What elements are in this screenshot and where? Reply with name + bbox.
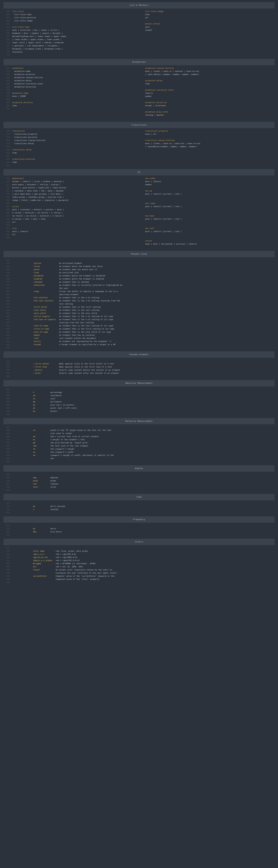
table-desc: allows the author to specify a language … — [59, 290, 118, 293]
line-number: 442 — [5, 259, 10, 262]
line-number: 478 — [5, 362, 10, 365]
property-name: resize — [145, 240, 152, 242]
line-number: 514 — [5, 473, 10, 476]
table-desc: an element not represented by the argume… — [59, 340, 112, 343]
table-key: :last-child — [33, 309, 59, 312]
line-number: 420 — [5, 192, 10, 196]
line-number: 278 — [5, 67, 10, 70]
line-number: 467 — [5, 337, 10, 340]
line-number: 454 — [5, 296, 10, 299]
line-number: 431 — [5, 227, 10, 230]
property-sub: animation-duration — [12, 73, 35, 75]
line-number: 290 — [5, 104, 10, 107]
table-key — [33, 287, 59, 290]
table-key — [33, 578, 56, 581]
table-key: deg — [33, 476, 50, 479]
property-value: normal | inherit | [icon | window | desk… — [12, 180, 64, 183]
line-number: 501 — [5, 438, 10, 441]
property-name: animations — [12, 67, 24, 69]
section-header: Time — [3, 494, 275, 500]
table-key: vm — [33, 454, 50, 457]
line-number: 450 — [5, 284, 10, 287]
table-key: :checked — [33, 281, 59, 284]
table-desc: viewport's height or width, whichever is… — [50, 454, 114, 457]
line-number: 494 — [5, 413, 10, 416]
property-value: auto | inherit — [12, 230, 28, 232]
line-number: 300 — [5, 133, 10, 136]
table-key — [33, 302, 59, 306]
property-value: | georgian | cjk-ideographic | hiragana … — [12, 44, 59, 47]
table-key: :not(x) — [33, 340, 59, 343]
table-key: :nth-last-child(n) — [33, 299, 59, 302]
line-number: 266 — [5, 32, 10, 35]
line-number: 540 — [5, 556, 10, 559]
table-desc: red, blue, green, dark green — [56, 550, 88, 553]
line-number: 271 — [5, 48, 10, 51]
property-sub: animation-name — [12, 70, 30, 72]
property-value: e-resize | neresize | nw-resize | n-resi… — [12, 212, 63, 214]
line-number: 448 — [5, 277, 10, 281]
table-key: % — [33, 391, 50, 394]
property-value: diamond | disc | hyphen | square | decim… — [12, 32, 63, 34]
property-value: time — [12, 152, 17, 154]
section-header: Angles — [3, 465, 275, 472]
table-key: :enabled — [33, 277, 59, 281]
table-desc: Adds special style to the first letter o… — [59, 362, 114, 365]
table-key: :disabled — [33, 274, 59, 277]
table-desc: two — [50, 457, 54, 460]
property-sub: list-style-position — [12, 17, 36, 19]
table-desc: an element that is the n-th sibling of i… — [59, 318, 113, 321]
line-number: 291 — [5, 107, 10, 111]
table-desc: x-height of the element's font — [50, 438, 85, 441]
table-desc: degrees — [50, 476, 58, 479]
line-number: 301 — [5, 136, 10, 139]
line-number: 543 — [5, 565, 10, 568]
line-number: 428 — [5, 218, 10, 221]
line-number: 308 — [5, 158, 10, 161]
line-number: 492 — [5, 407, 10, 410]
section-header: Pseudo-class — [3, 251, 275, 257]
property-value: running | paused — [145, 114, 164, 116]
table-key: gd — [33, 441, 50, 444]
property-sub: animation-delay — [12, 80, 31, 82]
line-number: 263 — [5, 22, 10, 26]
table-desc: an element while the element is disabled — [59, 274, 105, 277]
line-number: 461 — [5, 318, 10, 321]
property-sub: animation-iteration-count — [12, 83, 43, 85]
property-value: | checkbox | menu-item | tab | menu | me… — [12, 190, 64, 192]
property-value: button | push-button | hyperlink | radio… — [12, 187, 66, 189]
line-number: 426 — [5, 211, 10, 214]
table-key: pt — [33, 407, 50, 410]
line-number: 449 — [5, 281, 10, 284]
property-value: auto | crosshair | default | pointer | m… — [12, 209, 64, 211]
table-desc: pica (1p = 12 points) — [50, 403, 75, 407]
table-key: vw — [33, 451, 50, 454]
table-desc: red = rgba(255,0,0,0) — [56, 559, 80, 562]
property-sub: transitions-delay — [12, 142, 34, 145]
property-sub: animation-timing-function — [12, 76, 43, 79]
table-desc: percentage — [50, 391, 62, 394]
line-number: 299 — [5, 129, 10, 133]
property-value: length — [145, 29, 152, 31]
table-key: kHz — [33, 530, 50, 533]
line-number: 464 — [5, 328, 10, 331]
table-key: flavor — [33, 568, 56, 571]
table-desc: Inserts some content before the content … — [59, 369, 120, 372]
property-value: | pull-down-menu | pop-up-menu | list-me… — [12, 193, 63, 195]
table-desc: an element that is the first sibling — [59, 306, 101, 309]
line-number: 508 — [5, 460, 10, 463]
line-number: 507 — [5, 457, 10, 460]
property-name: animation-play-state — [145, 111, 168, 113]
line-number: 481 — [5, 372, 10, 375]
line-number: 455 — [5, 299, 10, 302]
table-key: :only-of-type — [33, 331, 59, 334]
table-desc: an element that is the last sibling — [59, 309, 100, 312]
line-number: 260 — [5, 13, 10, 16]
property-value: time — [12, 161, 17, 163]
line-number: 517 — [5, 483, 10, 486]
table-key: rem — [33, 444, 50, 447]
line-number: 498 — [5, 429, 10, 432]
line-number: 272 — [5, 51, 10, 54]
line-number: 452 — [5, 290, 10, 293]
property-name: nav-index — [145, 177, 156, 180]
